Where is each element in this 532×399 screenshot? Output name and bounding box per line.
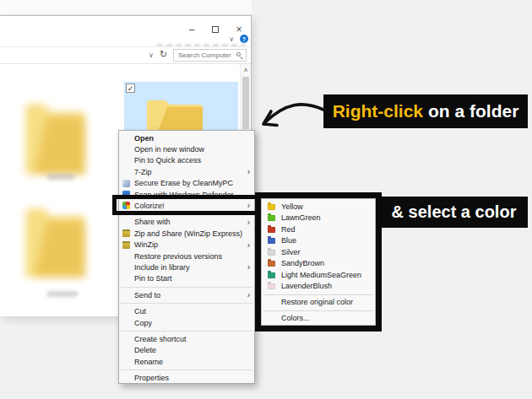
help-button[interactable]: ? — [240, 35, 248, 43]
menu-item-label: Pin to Quick access — [134, 156, 201, 164]
submenu-item[interactable]: Blue — [262, 235, 375, 247]
menu-item[interactable]: Restore previous versions — [119, 251, 254, 262]
submenu-item[interactable]: Silver — [262, 246, 375, 258]
menu-item-label: Open in new window — [134, 145, 204, 154]
blurred-folder-label — [47, 174, 74, 180]
blurred-folder-label — [47, 291, 78, 297]
menu-item[interactable]: Secure Erase by CleanMyPC — [119, 178, 254, 189]
menu-item-label: Send to — [134, 291, 160, 299]
menu-item[interactable]: Properties — [119, 372, 254, 383]
submenu-arrow-icon: › — [247, 262, 250, 272]
colorize-highlight-frame — [112, 195, 262, 215]
menu-item-label: Zip and Share (WinZip Express) — [134, 229, 242, 238]
submenu-arrow-icon: › — [247, 167, 250, 176]
menu-item-label: Create shortcut — [134, 335, 187, 343]
scroll-up-icon[interactable]: ∧ — [241, 64, 251, 73]
menu-item[interactable]: Share with› — [119, 217, 254, 228]
submenu-arrow-icon: › — [247, 240, 250, 250]
winzip-icon — [122, 241, 130, 249]
folder-color-icon — [268, 261, 275, 267]
submenu-item-label: LavenderBlush — [281, 282, 332, 290]
menu-item-label: 7-Zip — [134, 168, 152, 176]
submenu-item[interactable]: Colors... — [262, 313, 375, 325]
submenu-item-label: Restore original color — [281, 298, 353, 306]
scroll-thumb[interactable] — [242, 77, 249, 129]
menu-item-label: Rename — [134, 358, 163, 366]
menu-item[interactable]: Open in new window — [119, 143, 254, 154]
selection-checkbox[interactable]: ✓ — [126, 84, 135, 93]
submenu-arrow-icon: › — [247, 218, 250, 227]
submenu-item[interactable]: Yellow — [262, 201, 375, 213]
submenu-item-label: Colors... — [281, 314, 310, 322]
submenu-item-label: SandyBrown — [281, 259, 324, 267]
annotation-select-color-text: & select a color — [392, 202, 517, 222]
folder-color-icon — [268, 215, 275, 221]
submenu-item[interactable]: SandyBrown — [262, 258, 375, 270]
menu-item[interactable]: Zip and Share (WinZip Express) — [119, 228, 254, 239]
menu-item[interactable]: Cut — [119, 305, 254, 316]
winzip-icon — [122, 229, 130, 237]
search-icon[interactable] — [236, 52, 243, 59]
menu-item[interactable]: Copy — [119, 317, 254, 328]
menu-item-label: Include in library — [134, 263, 190, 272]
folder-color-icon — [268, 272, 275, 278]
folder-color-icon — [268, 227, 275, 233]
annotation-right-click: Right-click on a folder — [323, 94, 528, 128]
menu-item[interactable]: Delete — [119, 345, 254, 356]
menu-item[interactable]: Open — [119, 132, 254, 143]
maximize-icon — [212, 26, 219, 33]
folder-color-icon — [268, 238, 275, 244]
background-window-strip — [0, 0, 252, 15]
menu-item-label: Secure Erase by CleanMyPC — [134, 179, 233, 187]
submenu-item-label: Light MediumSeaGreen — [281, 271, 361, 279]
menu-item-label: Cut — [134, 307, 146, 315]
menu-item[interactable]: Pin to Quick access — [119, 155, 254, 166]
toolbar: ∨ ↻ — [0, 47, 251, 63]
annotation-rest-text: on a folder — [428, 101, 518, 121]
menu-item[interactable]: 7-Zip› — [119, 166, 254, 177]
address-dropdown-icon[interactable]: ∨ — [149, 51, 154, 59]
annotation-highlight-text: Right-click — [333, 101, 423, 121]
search-input[interactable] — [178, 50, 234, 61]
menu-item[interactable]: Include in library› — [119, 262, 254, 272]
context-menu: OpenOpen in new windowPin to Quick acces… — [118, 130, 255, 384]
maximize-button[interactable] — [209, 24, 222, 35]
submenu-item[interactable]: Red — [262, 224, 375, 235]
minimize-button[interactable]: – — [185, 24, 198, 35]
submenu-item-label: Blue — [281, 236, 296, 245]
submenu-item-label: Yellow — [281, 202, 303, 211]
submenu-item[interactable]: LawnGreen — [262, 213, 375, 224]
menu-item[interactable]: Create shortcut — [119, 333, 254, 344]
menu-item[interactable]: WinZip› — [119, 240, 254, 251]
cleanmypc-icon — [122, 180, 130, 187]
folder-color-icon — [268, 283, 275, 289]
menu-item-label: Copy — [134, 319, 152, 327]
menu-item-label: Delete — [134, 346, 156, 354]
ribbon-collapse-icon[interactable]: ∨ — [229, 35, 234, 43]
menu-item-label: WinZip — [134, 240, 158, 249]
submenu-item[interactable]: Restore original color — [262, 297, 375, 309]
menu-item-label: Open — [134, 134, 154, 143]
blurred-folder-icon[interactable] — [24, 197, 87, 283]
colorize-submenu: YellowLawnGreenRedBlueSilverSandyBrownLi… — [261, 198, 376, 326]
menu-item-label: Share with — [134, 218, 171, 226]
titlebar: – × — [0, 16, 251, 38]
submenu-item-label: LawnGreen — [281, 213, 321, 222]
submenu-item[interactable]: Light MediumSeaGreen — [262, 269, 375, 281]
menu-item[interactable]: Send to› — [119, 289, 254, 300]
submenu-item-label: Silver — [281, 248, 301, 256]
menu-item-label: Restore previous versions — [134, 252, 222, 261]
folder-color-icon — [268, 204, 275, 210]
annotation-select-color: & select a color — [380, 197, 528, 228]
search-box[interactable] — [173, 49, 247, 62]
menu-item[interactable]: Pin to Start — [119, 273, 254, 284]
submenu-item-label: Red — [281, 225, 296, 234]
menu-item[interactable]: Rename — [119, 356, 254, 367]
submenu-item[interactable]: LavenderBlush — [262, 281, 375, 293]
menu-item-label: Pin to Start — [134, 274, 172, 283]
refresh-icon[interactable]: ↻ — [160, 49, 167, 60]
folder-color-icon — [268, 250, 275, 256]
close-button[interactable]: × — [232, 24, 246, 35]
blurred-folder-icon[interactable] — [24, 92, 87, 181]
page: – × ∨ ? ∨ ↻ — [0, 0, 532, 399]
